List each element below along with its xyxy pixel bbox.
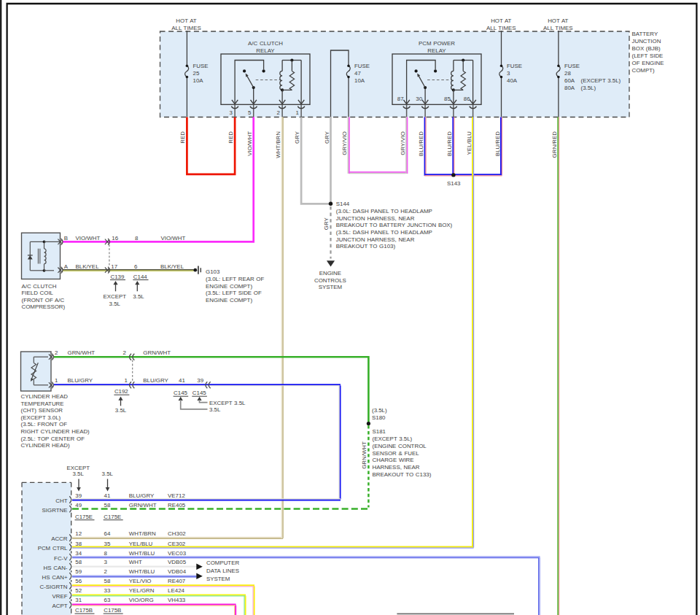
svg-text:C192: C192 — [114, 388, 128, 395]
svg-text:RE405: RE405 — [168, 502, 186, 508]
svg-text:YEL/BLU: YEL/BLU — [466, 131, 472, 155]
svg-text:2: 2 — [123, 349, 126, 356]
svg-text:LE424: LE424 — [168, 587, 184, 594]
svg-text:ENGINE COMPT): ENGINE COMPT) — [206, 283, 252, 290]
svg-text:BREAKOUT TO G103): BREAKOUT TO G103) — [336, 243, 396, 250]
svg-text:HOT AT: HOT AT — [548, 18, 568, 24]
svg-text:FUSE: FUSE — [354, 63, 370, 69]
svg-text:56: 56 — [75, 578, 82, 584]
svg-text:1: 1 — [295, 109, 298, 116]
svg-text:GRN/WHT: GRN/WHT — [68, 349, 96, 356]
svg-text:GRY/VIO: GRY/VIO — [341, 131, 348, 155]
svg-text:HS CAN+: HS CAN+ — [42, 574, 68, 581]
svg-text:39: 39 — [75, 492, 82, 499]
svg-text:ACPT: ACPT — [52, 603, 67, 609]
svg-text:EXCEPT 3.5L: EXCEPT 3.5L — [209, 400, 246, 406]
svg-text:GRN/WHT: GRN/WHT — [143, 349, 171, 356]
svg-text:12: 12 — [75, 530, 82, 537]
svg-text:10A: 10A — [354, 77, 365, 84]
svg-text:EXCEPT: EXCEPT — [104, 293, 127, 300]
svg-text:A: A — [64, 263, 69, 270]
svg-text:GRN/WHT: GRN/WHT — [129, 502, 157, 508]
svg-text:C145: C145 — [174, 390, 187, 396]
svg-text:RED: RED — [228, 131, 234, 144]
svg-text:58: 58 — [104, 578, 111, 584]
svg-text:HOT AT: HOT AT — [491, 18, 511, 24]
svg-text:RIGHT CYLINDER HEAD): RIGHT CYLINDER HEAD) — [21, 428, 90, 435]
svg-text:BLU/GRY: BLU/GRY — [143, 377, 168, 384]
svg-text:(FRONT OF A/C: (FRONT OF A/C — [22, 297, 65, 303]
svg-text:OF ENGINE: OF ENGINE — [632, 60, 664, 66]
svg-text:BATTERY: BATTERY — [632, 31, 658, 37]
svg-text:(LEFT SIDE: (LEFT SIDE — [632, 53, 664, 59]
svg-text:(3.5L: FRONT OF: (3.5L: FRONT OF — [21, 421, 68, 428]
svg-text:3: 3 — [507, 70, 510, 77]
svg-text:38: 38 — [75, 541, 82, 547]
svg-text:RE407: RE407 — [168, 578, 185, 584]
svg-text:HS CAN-: HS CAN- — [44, 565, 68, 571]
svg-text:BLK/YEL: BLK/YEL — [76, 263, 100, 270]
svg-text:CYLINDER HEAD: CYLINDER HEAD — [21, 393, 69, 400]
svg-text:FUSE: FUSE — [507, 63, 522, 69]
svg-text:1: 1 — [125, 377, 128, 384]
svg-text:SYSTEM: SYSTEM — [206, 576, 230, 582]
svg-text:GRY: GRY — [323, 217, 330, 230]
svg-text:8: 8 — [135, 235, 139, 241]
svg-text:(CHT) SENSOR: (CHT) SENSOR — [21, 407, 63, 414]
svg-text:JUNCTION HARNESS, NEAR: JUNCTION HARNESS, NEAR — [336, 236, 415, 243]
svg-text:BOX (BJB): BOX (BJB) — [632, 45, 661, 52]
svg-text:GRN/WHT: GRN/WHT — [361, 441, 368, 469]
svg-text:6: 6 — [134, 263, 138, 270]
svg-text:17: 17 — [111, 263, 117, 270]
svg-text:WHT/BLU: WHT/BLU — [129, 568, 155, 575]
svg-text:COMPUTER: COMPUTER — [206, 560, 239, 566]
svg-text:GRY: GRY — [294, 131, 300, 144]
svg-text:DATA LINES: DATA LINES — [206, 568, 239, 574]
svg-text:BLU/GRY: BLU/GRY — [129, 492, 155, 499]
svg-text:COMPT): COMPT) — [632, 67, 655, 74]
svg-text:86: 86 — [464, 96, 470, 102]
svg-text:30: 30 — [416, 96, 422, 102]
svg-text:VE712: VE712 — [168, 492, 185, 499]
svg-text:3.5L: 3.5L — [133, 293, 144, 300]
svg-text:BLU/RED: BLU/RED — [446, 131, 453, 157]
svg-text:(3.0L: LEFT REAR OF: (3.0L: LEFT REAR OF — [206, 276, 264, 282]
svg-text:S181: S181 — [373, 428, 386, 435]
svg-text:VDB04: VDB04 — [168, 568, 187, 575]
svg-text:47: 47 — [354, 70, 361, 77]
svg-text:VREF: VREF — [52, 593, 67, 600]
svg-text:C139: C139 — [111, 274, 125, 280]
svg-text:VIO/WHT: VIO/WHT — [161, 235, 186, 241]
svg-text:3.5L: 3.5L — [109, 301, 121, 307]
svg-text:C175E: C175E — [75, 514, 93, 520]
svg-text:HARNESS, NEAR: HARNESS, NEAR — [373, 464, 420, 471]
svg-text:3.5L: 3.5L — [115, 407, 127, 414]
svg-text:ALL TIMES: ALL TIMES — [171, 25, 201, 31]
svg-text:87: 87 — [397, 96, 404, 102]
svg-text:CE302: CE302 — [168, 541, 185, 547]
svg-text:BLU/GRY: BLU/GRY — [68, 377, 93, 384]
svg-text:(EXCEPT 3.5L): (EXCEPT 3.5L) — [373, 436, 413, 442]
svg-text:BREAKOUT TO C133): BREAKOUT TO C133) — [373, 471, 432, 478]
svg-text:40A: 40A — [507, 77, 518, 84]
svg-text:SIGRTNE: SIGRTNE — [42, 507, 68, 514]
svg-text:CYLINDER HEAD): CYLINDER HEAD) — [21, 442, 71, 449]
svg-text:(EXCEPT 3.0L): (EXCEPT 3.0L) — [21, 414, 61, 421]
svg-text:52: 52 — [75, 587, 82, 594]
svg-text:(3.5L: LEFT SIDE OF: (3.5L: LEFT SIDE OF — [206, 290, 262, 296]
svg-text:FIELD COIL: FIELD COIL — [22, 290, 54, 296]
svg-text:YEL/GRN: YEL/GRN — [129, 587, 155, 594]
svg-text:(EXCEPT 3.5L): (EXCEPT 3.5L) — [581, 77, 621, 84]
svg-text:VEC03: VEC03 — [168, 550, 187, 557]
svg-text:1: 1 — [55, 377, 58, 384]
svg-text:C175B: C175B — [104, 607, 121, 614]
svg-text:COMPRESSOR): COMPRESSOR) — [22, 303, 66, 310]
svg-text:JUNCTION: JUNCTION — [632, 38, 661, 45]
svg-text:WHT: WHT — [129, 559, 142, 565]
svg-text:CHT: CHT — [55, 498, 67, 504]
svg-text:(3.5L): (3.5L) — [372, 407, 387, 414]
svg-text:VH433: VH433 — [168, 597, 186, 603]
svg-text:C175E: C175E — [104, 514, 121, 520]
svg-text:33: 33 — [104, 587, 111, 594]
svg-text:VIO/WHT: VIO/WHT — [76, 235, 101, 241]
